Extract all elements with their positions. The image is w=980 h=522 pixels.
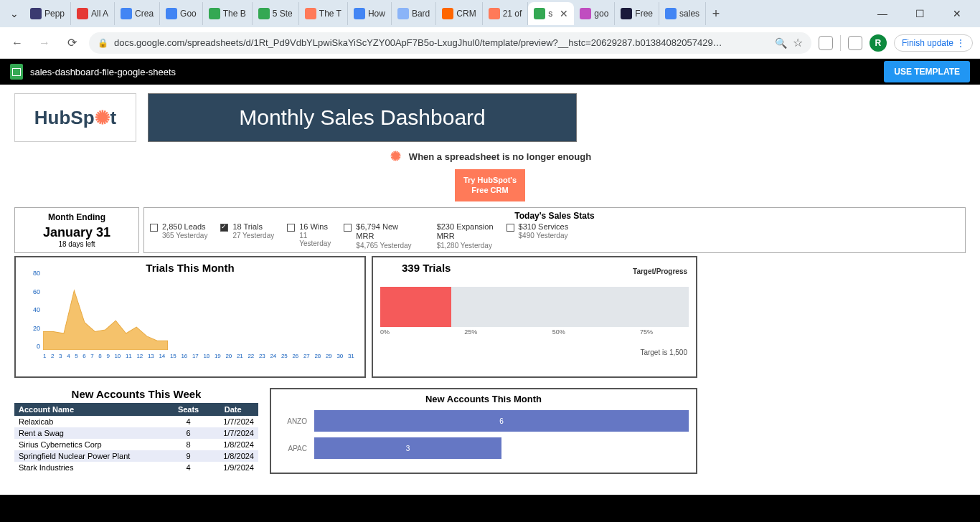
favicon xyxy=(665,8,677,19)
separator xyxy=(840,35,841,51)
window-maximize-button[interactable]: ☐ xyxy=(910,8,930,19)
new-accounts-month-chart: New Accounts This Month ANZO6APAC3 xyxy=(270,388,697,474)
favicon xyxy=(534,8,545,19)
close-tab-icon[interactable]: ✕ xyxy=(560,8,568,19)
dashboard-title: Monthly Sales Dashboard xyxy=(148,93,577,142)
back-button[interactable]: ← xyxy=(7,33,27,53)
table-row: Stark Industries41/9/2024 xyxy=(14,462,258,473)
favicon xyxy=(121,8,132,19)
window-minimize-button[interactable]: — xyxy=(872,8,892,19)
favicon xyxy=(258,8,270,19)
favicon xyxy=(77,8,88,19)
checkbox[interactable] xyxy=(287,224,295,232)
browser-tab[interactable]: Bard xyxy=(392,2,436,25)
table-row: Sirius Cybernetics Corp81/8/2024 xyxy=(14,439,258,450)
month-ending-box: Month Ending January 31 18 days left xyxy=(14,207,139,254)
checkbox[interactable] xyxy=(220,224,228,232)
document-header: sales-dashboard-file-google-sheets USE T… xyxy=(0,59,980,85)
sheets-icon xyxy=(10,64,23,80)
favicon xyxy=(166,8,177,19)
browser-tab[interactable]: goo xyxy=(574,2,615,25)
window-close-button[interactable]: ✕ xyxy=(947,8,967,19)
favicon xyxy=(209,8,220,19)
stat-item: $6,794 NewMRR$4,765 Yesterday xyxy=(344,222,411,250)
trials-progress-chart: 339 Trials Target/Progress 0%25%50%75% T… xyxy=(372,256,697,378)
favicon xyxy=(305,8,316,19)
browser-tab[interactable]: Crea xyxy=(115,2,160,25)
favicon xyxy=(442,8,453,19)
new-tab-button[interactable]: + xyxy=(706,6,726,22)
zoom-icon[interactable]: 🔍 xyxy=(775,37,787,49)
site-info-icon[interactable]: 🔒 xyxy=(98,38,108,48)
checkbox[interactable] xyxy=(507,224,514,232)
favicon xyxy=(580,8,591,19)
stat-item: 16 Wins11Yesterday xyxy=(287,222,331,250)
profile-avatar[interactable]: R xyxy=(870,34,887,52)
footer-strip xyxy=(0,495,980,522)
stat-item: 2,850 Leads365 Yesterday xyxy=(150,222,207,250)
browser-tab[interactable]: CRM xyxy=(436,2,482,25)
bookmark-icon[interactable]: ☆ xyxy=(793,36,803,49)
stat-item: 18 Trials27 Yesterday xyxy=(220,222,274,250)
today-sales-stats: Today's Sales Stats 2,850 Leads365 Yeste… xyxy=(143,207,966,254)
finish-update-button[interactable]: Finish update⋮ xyxy=(894,34,973,52)
favicon xyxy=(397,8,409,19)
side-panel-icon[interactable] xyxy=(848,36,862,50)
extensions-icon[interactable] xyxy=(819,36,833,50)
hbar-row: APAC3 xyxy=(278,437,689,459)
progress-bar-track xyxy=(380,287,689,327)
browser-tab-strip: ⌄ PeppAll ACreaGooThe B5 SteThe THowBard… xyxy=(0,0,980,27)
favicon xyxy=(354,8,365,19)
browser-tab[interactable]: The T xyxy=(299,2,348,25)
table-row: Springfield Nuclear Power Plant91/8/2024 xyxy=(14,450,258,462)
new-accounts-week-table: New Accounts This Week Account NameSeats… xyxy=(14,388,258,474)
promo-text: When a spreadsheet is no longer enough xyxy=(409,151,591,162)
use-template-button[interactable]: USE TEMPLATE xyxy=(884,61,970,82)
url-text: docs.google.com/spreadsheets/d/1Rt_Pd9Vd… xyxy=(114,37,769,48)
favicon xyxy=(621,8,632,19)
trials-this-month-chart: Trials This Month 020406080 123456789101… xyxy=(14,256,366,378)
browser-tab[interactable]: 5 Ste xyxy=(253,2,299,25)
favicon xyxy=(489,8,500,19)
browser-tab[interactable]: Goo xyxy=(160,2,203,25)
url-input[interactable]: 🔒 docs.google.com/spreadsheets/d/1Rt_Pd9… xyxy=(89,32,811,54)
browser-tab[interactable]: All A xyxy=(71,2,115,25)
table-row: Relaxicab41/7/2024 xyxy=(14,416,258,427)
reload-button[interactable]: ⟳ xyxy=(62,33,82,53)
tab-search-button[interactable]: ⌄ xyxy=(4,4,24,24)
progress-bar-fill xyxy=(380,287,451,327)
stat-item: $310 Services$490 Yesterday xyxy=(507,222,569,250)
hubspot-logo: HubSp✺t xyxy=(14,93,136,142)
browser-tab[interactable]: 21 of xyxy=(483,2,529,25)
forward-button[interactable]: → xyxy=(34,33,55,53)
document-filename: sales-dashboard-file-google-sheets xyxy=(30,67,176,77)
browser-tab[interactable]: sales xyxy=(659,2,706,25)
browser-tab[interactable]: The B xyxy=(203,2,253,25)
browser-tab[interactable]: Free xyxy=(615,2,659,25)
address-bar: ← → ⟳ 🔒 docs.google.com/spreadsheets/d/1… xyxy=(0,27,980,59)
try-free-crm-button[interactable]: Try HubSpot's Free CRM xyxy=(455,169,525,201)
checkbox[interactable] xyxy=(150,224,158,232)
spreadsheet-canvas: HubSp✺t Monthly Sales Dashboard ✺ When a… xyxy=(0,85,980,522)
checkbox[interactable] xyxy=(344,224,352,232)
browser-tab[interactable]: s✕ xyxy=(528,2,574,25)
table-row: Rent a Swag61/7/2024 xyxy=(14,427,258,439)
stat-item: $230 ExpansionMRR$1,280 Yesterday xyxy=(425,222,494,250)
hbar-row: ANZO6 xyxy=(278,410,689,432)
favicon xyxy=(30,8,42,19)
browser-tab[interactable]: How xyxy=(348,2,392,25)
hubspot-sprocket-icon: ✺ xyxy=(95,107,110,129)
hubspot-glyph-icon: ✺ xyxy=(389,149,403,163)
browser-tab[interactable]: Pepp xyxy=(24,2,71,25)
